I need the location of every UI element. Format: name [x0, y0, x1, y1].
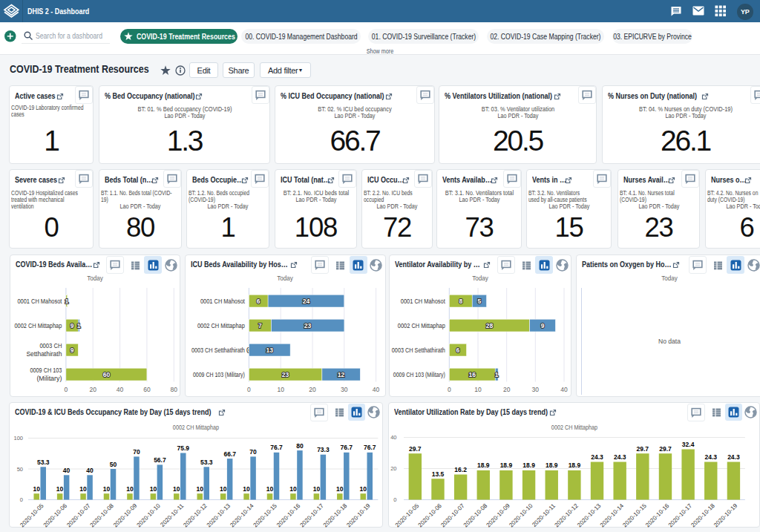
svg-text:20: 20	[309, 386, 316, 393]
svg-text:40: 40	[390, 434, 396, 441]
svg-text:23: 23	[304, 322, 311, 329]
svg-text:0009 CH 103 (Military): 0009 CH 103 (Military)	[192, 371, 244, 378]
svg-text:30: 30	[341, 386, 348, 393]
svg-text:73.3: 73.3	[317, 446, 330, 453]
svg-text:1: 1	[495, 371, 499, 378]
svg-text:18.9: 18.9	[522, 462, 535, 469]
svg-text:40: 40	[372, 386, 379, 393]
svg-text:9: 9	[70, 347, 73, 354]
svg-text:6: 6	[456, 347, 460, 354]
svg-text:0003 CH: 0003 CH	[39, 342, 62, 349]
svg-text:40: 40	[86, 467, 94, 474]
svg-text:10: 10	[313, 485, 321, 493]
svg-text:0: 0	[64, 386, 68, 393]
svg-text:23: 23	[281, 371, 289, 378]
svg-text:28: 28	[486, 322, 494, 329]
svg-text:18.9: 18.9	[546, 462, 558, 469]
svg-text:18.9: 18.9	[569, 462, 581, 469]
svg-text:24.3: 24.3	[591, 453, 603, 461]
svg-text:32.4: 32.4	[682, 441, 695, 448]
svg-text:0009 CH 103 (Military): 0009 CH 103 (Military)	[393, 371, 445, 378]
svg-text:9: 9	[70, 322, 73, 329]
svg-text:50: 50	[110, 461, 117, 468]
svg-text:0001 CH Mahosot: 0001 CH Mahosot	[200, 298, 245, 305]
svg-text:20: 20	[89, 386, 96, 393]
svg-text:0003 CH Setthathirath: 0003 CH Setthathirath	[392, 347, 445, 354]
svg-text:0002 CH Mittaphap: 0002 CH Mittaphap	[398, 322, 445, 329]
svg-text:10: 10	[243, 485, 250, 493]
svg-text:0003 CH Setthathirath: 0003 CH Setthathirath	[191, 347, 244, 354]
svg-text:Setthathirath: Setthathirath	[26, 350, 62, 358]
svg-text:24.3: 24.3	[614, 453, 626, 461]
svg-text:16: 16	[468, 371, 476, 378]
svg-text:29.7: 29.7	[409, 445, 422, 453]
svg-text:12: 12	[337, 371, 344, 378]
svg-text:18.9: 18.9	[477, 462, 490, 469]
svg-text:0: 0	[20, 496, 23, 503]
svg-text:80: 80	[170, 386, 177, 393]
svg-text:76.7: 76.7	[364, 444, 376, 451]
svg-text:40: 40	[63, 467, 71, 474]
svg-text:10: 10	[126, 485, 134, 493]
svg-text:1: 1	[76, 322, 80, 329]
svg-text:53.3: 53.3	[200, 459, 213, 466]
svg-text:10: 10	[289, 485, 297, 493]
svg-text:53.3: 53.3	[37, 459, 50, 466]
svg-text:10: 10	[196, 485, 203, 493]
svg-text:0001 CH Mahosot: 0001 CH Mahosot	[401, 298, 446, 305]
svg-text:9: 9	[541, 322, 545, 329]
svg-text:7: 7	[258, 322, 262, 329]
svg-text:0009 CH 103: 0009 CH 103	[30, 367, 62, 374]
svg-text:20: 20	[390, 465, 396, 472]
svg-text:29.7: 29.7	[637, 445, 649, 453]
svg-text:29.7: 29.7	[659, 445, 672, 453]
svg-text:76.7: 76.7	[341, 444, 353, 451]
svg-text:76.7: 76.7	[270, 444, 283, 451]
svg-text:(Military): (Military)	[36, 375, 62, 382]
svg-text:10: 10	[336, 485, 344, 493]
svg-text:13.5: 13.5	[432, 470, 445, 478]
svg-text:30: 30	[532, 386, 540, 393]
svg-text:5: 5	[478, 298, 482, 305]
svg-text:10: 10	[150, 485, 157, 493]
svg-text:8: 8	[459, 298, 462, 305]
svg-text:10: 10	[277, 386, 284, 393]
svg-text:0: 0	[247, 386, 251, 393]
svg-text:10: 10	[220, 485, 227, 493]
svg-text:6: 6	[256, 298, 260, 305]
svg-text:13: 13	[266, 347, 273, 354]
svg-text:40: 40	[560, 386, 568, 393]
svg-text:75.9: 75.9	[177, 444, 190, 452]
svg-text:10: 10	[173, 485, 180, 493]
svg-text:10: 10	[56, 485, 64, 493]
svg-text:2020-10-10: 2020-10-10	[136, 502, 163, 528]
svg-text:24.3: 24.3	[705, 453, 718, 461]
svg-text:56.7: 56.7	[154, 456, 166, 464]
svg-text:10: 10	[474, 386, 482, 393]
svg-text:16.2: 16.2	[454, 466, 467, 473]
svg-text:24: 24	[302, 298, 309, 305]
svg-text:70: 70	[133, 448, 140, 456]
svg-text:50: 50	[17, 466, 23, 473]
svg-text:2020-10-19: 2020-10-19	[345, 502, 372, 528]
svg-text:40: 40	[116, 386, 123, 393]
svg-text:20: 20	[503, 386, 511, 393]
svg-text:70: 70	[249, 448, 257, 456]
svg-text:1: 1	[65, 298, 68, 305]
svg-text:24.3: 24.3	[727, 453, 740, 461]
svg-text:0002 CH Mittaphap: 0002 CH Mittaphap	[14, 322, 62, 329]
svg-text:10: 10	[33, 485, 40, 493]
svg-text:10: 10	[103, 485, 111, 493]
svg-text:0: 0	[448, 386, 451, 393]
svg-text:0002 CH Mittaphap: 0002 CH Mittaphap	[197, 322, 244, 329]
svg-text:10: 10	[359, 485, 367, 493]
svg-text:18.9: 18.9	[500, 462, 513, 469]
svg-text:0: 0	[393, 496, 396, 503]
svg-text:60: 60	[102, 371, 110, 378]
svg-text:60: 60	[143, 386, 151, 393]
svg-text:0001 CH Mahosot: 0001 CH Mahosot	[17, 298, 62, 305]
svg-text:2020-10-19: 2020-10-19	[712, 502, 739, 528]
svg-text:80: 80	[296, 442, 304, 450]
svg-text:10: 10	[266, 485, 274, 493]
svg-text:10: 10	[79, 485, 87, 493]
